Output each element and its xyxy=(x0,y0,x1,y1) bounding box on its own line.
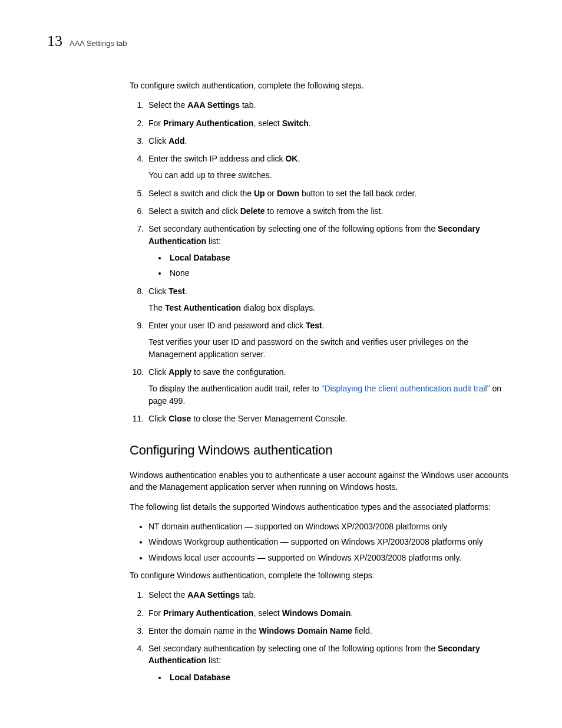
step-text: tab. xyxy=(240,590,256,599)
ui-bold: Primary Authentication xyxy=(163,608,254,618)
list-item: Local Database xyxy=(167,252,515,263)
step-text: For xyxy=(148,608,163,618)
step-text: Enter your user ID and password and clic… xyxy=(148,321,306,330)
step-text: list: xyxy=(206,655,221,665)
ui-bold: Apply xyxy=(168,367,191,377)
step: Select a switch and click the Up or Down… xyxy=(146,187,515,199)
step-sub: Test verifies your user ID and password … xyxy=(148,336,515,360)
step-text: to save the configuration. xyxy=(191,367,286,377)
step-text: Select the xyxy=(148,100,187,110)
ui-bold: Test xyxy=(168,286,185,296)
ui-bold: Primary Authentication xyxy=(163,118,254,128)
step: For Primary Authentication, select Switc… xyxy=(146,117,515,129)
list-item: Local Database xyxy=(167,671,515,683)
cross-ref-link[interactable]: "Displaying the client authentication au… xyxy=(321,384,490,393)
step-text: button to set the fall back order. xyxy=(299,189,416,198)
step: Select the AAA Settings tab. xyxy=(146,589,515,601)
ui-bold: Switch xyxy=(282,118,309,128)
step-text: Select a switch and click xyxy=(148,206,240,216)
ui-bold: Test Authentication xyxy=(165,303,241,312)
procedure-list-2: Select the AAA Settings tab. For Primary… xyxy=(130,589,515,683)
step-sub-text: The xyxy=(148,303,165,312)
ui-bold: AAA Settings xyxy=(187,100,240,110)
step-text: tab. xyxy=(240,100,256,110)
section-heading: Configuring Windows authentication xyxy=(130,441,515,460)
step-text: . xyxy=(297,154,300,163)
step: Enter the domain name in the Windows Dom… xyxy=(146,625,515,637)
ui-bold: OK xyxy=(285,154,297,163)
body-paragraph: To configure Windows authentication, com… xyxy=(130,569,515,581)
step: Select a switch and click Delete to remo… xyxy=(146,205,515,217)
step-text: . xyxy=(322,321,325,330)
ui-bold: Delete xyxy=(240,206,265,216)
step: Click Apply to save the configuration. T… xyxy=(146,366,515,407)
body-paragraph: Windows authentication enables you to au… xyxy=(130,469,515,493)
sub-bullets: Local Database None xyxy=(148,252,515,279)
list-item: Windows local user accounts — supported … xyxy=(148,552,515,564)
ui-bold: Close xyxy=(168,414,191,423)
step: For Primary Authentication, select Windo… xyxy=(146,607,515,619)
step: Click Test. The Test Authentication dial… xyxy=(146,285,515,314)
step-text: to close the Server Management Console. xyxy=(191,414,347,423)
list-item: Windows Workgroup authentication — suppo… xyxy=(148,536,515,548)
option-bold: Local Database xyxy=(170,673,230,682)
step-text: field. xyxy=(352,626,372,635)
step-text: Set secondary authentication by selectin… xyxy=(148,644,438,653)
step-text: Select the xyxy=(148,590,187,599)
step-text: , select xyxy=(253,608,282,618)
ui-bold: Up xyxy=(254,189,265,198)
step-text: . xyxy=(309,118,311,128)
list-item: NT domain authentication — supported on … xyxy=(148,521,515,532)
option-bold: Local Database xyxy=(170,253,230,262)
step: Click Add. xyxy=(146,135,515,147)
step-text: to remove a switch from the list. xyxy=(265,206,384,216)
step-text: or xyxy=(265,189,277,198)
step-text: . xyxy=(184,136,187,146)
ui-bold: Down xyxy=(277,189,299,198)
step-text: Set secondary authentication by selectin… xyxy=(148,224,438,233)
ui-bold: Test xyxy=(306,321,322,330)
step-text: Click xyxy=(148,367,168,377)
running-title: AAA Settings tab xyxy=(70,39,127,48)
ui-bold: AAA Settings xyxy=(187,590,240,599)
sub-bullets: Local Database xyxy=(148,671,515,683)
ui-bold: Windows Domain Name xyxy=(259,626,353,635)
step-sub-text: dialog box displays. xyxy=(241,303,315,312)
intro-paragraph: To configure switch authentication, comp… xyxy=(130,80,515,91)
step-text: . xyxy=(351,608,353,618)
step-text: list: xyxy=(206,236,221,246)
procedure-list-1: Select the AAA Settings tab. For Primary… xyxy=(130,99,515,424)
step-sub-text: To display the authentication audit trai… xyxy=(148,384,321,393)
chapter-number: 13 xyxy=(47,32,62,50)
step-text: , select xyxy=(253,118,282,128)
page-header: 13 AAA Settings tab xyxy=(47,32,515,50)
step: Enter the switch IP address and click OK… xyxy=(146,153,515,182)
step-text: Click xyxy=(148,414,168,423)
step-sub: To display the authentication audit trai… xyxy=(148,383,515,407)
body-paragraph: The following list details the supported… xyxy=(130,501,515,513)
bullet-list: NT domain authentication — supported on … xyxy=(130,521,515,564)
step-text: For xyxy=(148,118,163,128)
step-text: Enter the domain name in the xyxy=(148,626,259,635)
step-text: Enter the switch IP address and click xyxy=(148,154,285,163)
step-sub: You can add up to three switches. xyxy=(148,169,515,181)
step-text: Select a switch and click the xyxy=(148,189,254,198)
ui-bold: Add xyxy=(168,136,184,146)
step-text: . xyxy=(185,286,187,296)
step: Set secondary authentication by selectin… xyxy=(146,643,515,683)
step: Enter your user ID and password and clic… xyxy=(146,319,515,360)
list-item: None xyxy=(167,267,515,279)
step: Click Close to close the Server Manageme… xyxy=(146,413,515,424)
page: 13 AAA Settings tab To configure switch … xyxy=(0,0,562,727)
step: Set secondary authentication by selectin… xyxy=(146,223,515,279)
main-content: To configure switch authentication, comp… xyxy=(130,80,515,683)
ui-bold: Windows Domain xyxy=(282,608,351,618)
step: Select the AAA Settings tab. xyxy=(146,99,515,111)
step-sub: The Test Authentication dialog box displ… xyxy=(148,302,515,314)
step-text: Click xyxy=(148,286,168,296)
step-text: Click xyxy=(148,136,168,146)
